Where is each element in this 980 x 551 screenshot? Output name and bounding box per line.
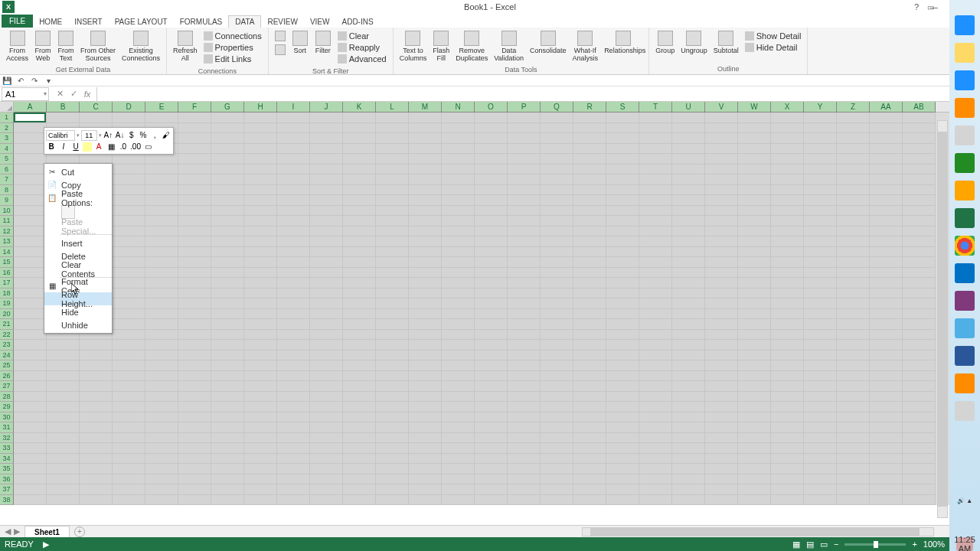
tab-file[interactable]: FILE: [2, 15, 33, 28]
row-header[interactable]: 20: [0, 309, 14, 320]
tab-home[interactable]: HOME: [33, 16, 68, 28]
horizontal-scrollbar[interactable]: [582, 527, 934, 536]
advanced-button[interactable]: Advanced: [336, 54, 388, 64]
ie-icon[interactable]: [955, 15, 975, 35]
remove-duplicates-button[interactable]: Remove Duplicates: [452, 29, 491, 64]
what-if-button[interactable]: What-If Analysis: [570, 29, 602, 64]
properties-button[interactable]: Properties: [202, 42, 263, 53]
comma-format-icon[interactable]: ,: [150, 130, 160, 141]
row-header[interactable]: 33: [0, 443, 14, 454]
row-header[interactable]: 34: [0, 454, 14, 465]
borders-icon[interactable]: ▦: [106, 142, 116, 152]
show-detail-button[interactable]: Show Detail: [743, 31, 803, 41]
undo-icon[interactable]: ↶: [16, 76, 25, 85]
merge-icon[interactable]: ▭: [142, 142, 153, 152]
sort-az-button[interactable]: [272, 29, 289, 58]
edit-links-button[interactable]: Edit Links: [202, 54, 263, 64]
column-header[interactable]: R: [573, 102, 606, 112]
excel-taskbar-icon[interactable]: [955, 208, 975, 228]
column-header[interactable]: J: [310, 102, 343, 112]
formula-input[interactable]: ⌄: [96, 87, 980, 101]
accounting-format-icon[interactable]: $: [126, 130, 136, 141]
chrome-icon[interactable]: [955, 236, 975, 256]
decrease-decimal-icon[interactable]: .00: [130, 142, 141, 152]
row-header[interactable]: 14: [0, 247, 14, 258]
row-header[interactable]: 16: [0, 268, 14, 279]
tab-insert[interactable]: INSERT: [68, 16, 109, 28]
menu-insert[interactable]: Insert: [44, 236, 112, 249]
flash-fill-button[interactable]: Flash Fill: [430, 29, 452, 64]
row-header[interactable]: 27: [0, 381, 14, 392]
row-header[interactable]: 8: [0, 185, 14, 196]
row-header[interactable]: 13: [0, 236, 14, 247]
cells-area[interactable]: [14, 112, 980, 505]
save-icon[interactable]: 💾: [2, 76, 11, 85]
row-header[interactable]: 17: [0, 278, 14, 289]
column-header[interactable]: Q: [541, 102, 573, 112]
italic-icon[interactable]: I: [58, 142, 69, 152]
tab-view[interactable]: VIEW: [304, 16, 336, 28]
column-header[interactable]: AB: [903, 102, 936, 112]
zoom-level[interactable]: 100%: [923, 540, 945, 549]
row-header[interactable]: 25: [0, 360, 14, 371]
row-header[interactable]: 2: [0, 123, 14, 134]
column-header[interactable]: K: [343, 102, 376, 112]
row-header[interactable]: 31: [0, 422, 14, 433]
row-header[interactable]: 22: [0, 330, 14, 341]
row-header[interactable]: 1: [0, 112, 14, 123]
row-header[interactable]: 36: [0, 474, 14, 485]
help-button[interactable]: ?: [914, 2, 919, 11]
row-header[interactable]: 29: [0, 402, 14, 412]
fill-color-icon[interactable]: [83, 142, 92, 152]
row-header[interactable]: 9: [0, 195, 14, 206]
tab-data[interactable]: DATA: [228, 15, 261, 28]
font-name-combo[interactable]: Calibri: [46, 130, 75, 141]
underline-icon[interactable]: U: [70, 142, 81, 152]
reapply-button[interactable]: Reapply: [336, 42, 388, 53]
column-header[interactable]: V: [705, 102, 738, 112]
row-header[interactable]: 10: [0, 206, 14, 217]
column-header[interactable]: O: [475, 102, 508, 112]
row-header[interactable]: 18: [0, 289, 14, 299]
name-box[interactable]: A1: [2, 87, 49, 101]
column-header[interactable]: D: [113, 102, 145, 112]
column-header[interactable]: H: [244, 102, 277, 112]
column-header[interactable]: E: [145, 102, 178, 112]
row-header[interactable]: 35: [0, 464, 14, 474]
refresh-all-button[interactable]: Refresh All: [170, 29, 201, 64]
row-header[interactable]: 32: [0, 433, 14, 444]
group-button[interactable]: Group: [652, 29, 678, 57]
font-color-icon[interactable]: A: [93, 142, 104, 152]
zoom-in-icon[interactable]: +: [912, 540, 916, 549]
row-header[interactable]: 21: [0, 319, 14, 330]
system-tray[interactable]: 🔊 ▲ 11:25 AM 7/18/2014: [949, 497, 980, 551]
page-layout-view-icon[interactable]: ▤: [806, 540, 814, 549]
column-header[interactable]: A: [14, 102, 47, 112]
row-header[interactable]: 12: [0, 227, 14, 237]
browser-icon[interactable]: [955, 318, 975, 338]
from-access-button[interactable]: From Access: [3, 29, 31, 64]
row-header[interactable]: 26: [0, 371, 14, 382]
column-header[interactable]: B: [47, 102, 80, 112]
hide-detail-button[interactable]: Hide Detail: [743, 42, 803, 53]
normal-view-icon[interactable]: ▦: [792, 540, 800, 549]
row-header[interactable]: 15: [0, 257, 14, 268]
active-cell[interactable]: [14, 112, 46, 122]
from-web-button[interactable]: From Web: [31, 29, 54, 64]
row-header[interactable]: 11: [0, 216, 14, 227]
ie-icon-2[interactable]: [955, 70, 975, 90]
column-header[interactable]: Z: [837, 102, 870, 112]
ungroup-button[interactable]: Ungroup: [678, 29, 710, 57]
app-icon-4[interactable]: [955, 401, 975, 421]
onenote-icon[interactable]: [955, 291, 975, 311]
fx-icon[interactable]: fx: [81, 88, 93, 100]
column-header[interactable]: L: [376, 102, 409, 112]
zoom-slider[interactable]: [844, 543, 906, 546]
row-header[interactable]: 5: [0, 154, 14, 165]
consolidate-button[interactable]: Consolidate: [527, 29, 570, 57]
subtotal-button[interactable]: Subtotal: [710, 29, 742, 57]
row-header[interactable]: 38: [0, 495, 14, 506]
sort-button[interactable]: Sort: [289, 29, 312, 57]
row-header[interactable]: 24: [0, 350, 14, 361]
column-header[interactable]: M: [409, 102, 442, 112]
